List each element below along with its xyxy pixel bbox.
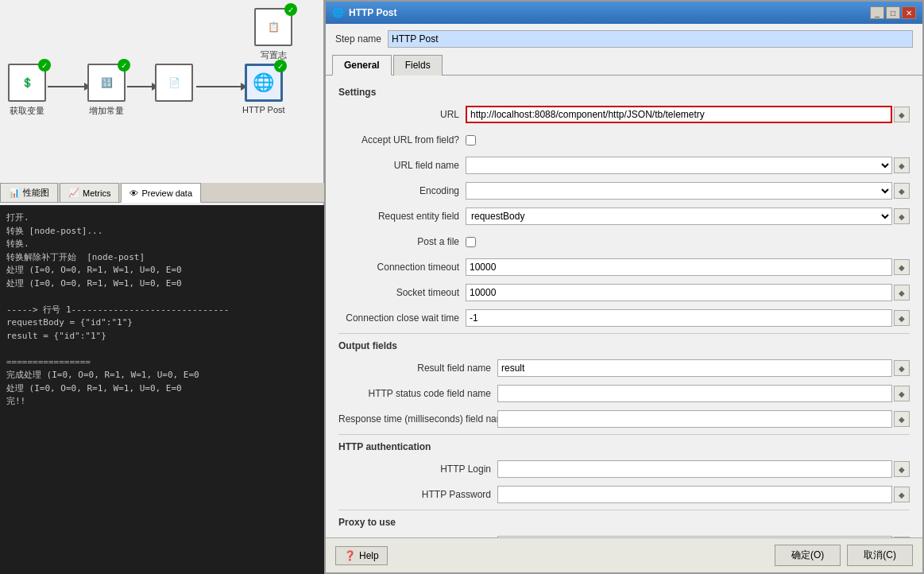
arrow-1: [48, 86, 86, 87]
node-label-1: 获取变量: [10, 105, 44, 117]
add-const-icon: 🔢: [101, 77, 113, 88]
eye-icon: 👁: [130, 188, 138, 198]
request-entity-diamond-btn[interactable]: ◆: [894, 208, 910, 224]
url-field-name-label: URL field name: [338, 160, 466, 171]
connection-timeout-label: Connection timeout: [338, 262, 466, 273]
response-time-label: Response time (milliseconds) field name: [338, 413, 497, 425]
result-field-label: Result field name: [338, 363, 497, 374]
socket-timeout-diamond-btn[interactable]: ◆: [894, 285, 910, 301]
step-name-label: Step name: [335, 33, 381, 45]
socket-timeout-input[interactable]: [466, 284, 892, 301]
proxy-section-title: Proxy to use: [338, 517, 910, 528]
tab-metrics[interactable]: 📈 Metrics: [60, 183, 119, 202]
dialog-title: HTTP Post: [349, 7, 396, 18]
arrow-3: [196, 86, 242, 87]
request-entity-row: Request entity field requestBody ◆: [338, 206, 910, 227]
accept-url-checkbox[interactable]: [466, 135, 476, 145]
cancel-button[interactable]: 取消(C): [847, 545, 913, 566]
http-password-input[interactable]: [497, 486, 892, 503]
url-input[interactable]: [466, 106, 892, 123]
response-time-group: ◆: [497, 410, 910, 428]
tab-fields[interactable]: Fields: [393, 55, 443, 76]
help-icon: ❓: [344, 550, 356, 561]
accept-url-label: Accept URL from field?: [338, 134, 466, 145]
help-button[interactable]: ❓ Help: [335, 546, 388, 565]
minimize-button[interactable]: _: [870, 6, 884, 19]
http-status-label: HTTP status code field name: [338, 388, 497, 399]
arrow-2: [127, 86, 153, 87]
node-get-var[interactable]: 💲 ✓ 获取变量: [8, 64, 46, 117]
node-check-1: ✓: [38, 59, 51, 72]
maximize-button[interactable]: □: [886, 6, 900, 19]
connection-timeout-row: Connection timeout ◆: [338, 257, 910, 277]
tab-general[interactable]: General: [332, 55, 392, 76]
http-status-diamond-btn[interactable]: ◆: [894, 386, 910, 401]
response-time-diamond-btn[interactable]: ◆: [894, 411, 910, 427]
url-field-diamond-btn[interactable]: ◆: [894, 157, 910, 173]
post-file-checkbox[interactable]: [466, 237, 476, 247]
tab-preview[interactable]: 👁 Preview data: [121, 183, 201, 203]
post-file-row: Post a file: [338, 231, 910, 252]
node-http-post[interactable]: 🌐 ✓ HTTP Post: [242, 64, 285, 114]
encoding-diamond-btn[interactable]: ◆: [894, 183, 910, 199]
bottom-tab-bar: 📊 性能图 📈 Metrics 👁 Preview data: [0, 183, 324, 203]
connection-close-wait-group: ◆: [466, 309, 910, 327]
connection-timeout-input[interactable]: [466, 258, 892, 276]
response-time-input[interactable]: [497, 410, 892, 428]
tab-perf[interactable]: 📊 性能图: [0, 183, 58, 202]
close-button[interactable]: ✕: [902, 6, 916, 19]
dialog-footer: ❓ Help 确定(O) 取消(C): [326, 537, 922, 572]
encoding-select[interactable]: [466, 182, 892, 200]
connection-close-wait-diamond-btn[interactable]: ◆: [894, 310, 910, 326]
http-status-input[interactable]: [497, 385, 892, 402]
encoding-row: Encoding ◆: [338, 180, 910, 201]
request-entity-label: Request entity field: [338, 211, 466, 222]
bottom-tabs-area: 📊 性能图 📈 Metrics 👁 Preview data: [0, 183, 324, 203]
dialog-titlebar: 🌐 HTTP Post _ □ ✕: [326, 2, 922, 24]
http-post-dialog: 🌐 HTTP Post _ □ ✕ Step name General Fiel…: [324, 0, 924, 574]
post-file-label: Post a file: [338, 236, 466, 247]
settings-section-title: Settings: [338, 87, 910, 98]
node-log[interactable]: 📋 ✓ 写置志: [254, 8, 292, 61]
node-add-const[interactable]: 🔢 ✓ 增加常量: [87, 64, 126, 117]
globe-icon: 🌐: [253, 72, 274, 93]
metrics-icon: 📈: [68, 188, 79, 198]
result-field-diamond-btn[interactable]: ◆: [894, 360, 910, 376]
get-var-icon: 💲: [21, 77, 33, 88]
node-label-4: HTTP Post: [242, 105, 285, 114]
http-login-input[interactable]: [497, 460, 892, 478]
socket-timeout-group: ◆: [466, 284, 910, 301]
node-check-2: ✓: [118, 59, 130, 72]
http-login-row: HTTP Login ◆: [338, 459, 910, 479]
http-login-diamond-btn[interactable]: ◆: [894, 461, 910, 477]
dialog-content: Settings URL ◆ Accept URL from field? UR…: [326, 76, 922, 537]
encoding-label: Encoding: [338, 185, 466, 196]
accept-url-row: Accept URL from field?: [338, 130, 910, 150]
socket-timeout-row: Socket timeout ◆: [338, 282, 910, 303]
result-field-group: ◆: [497, 359, 910, 377]
request-entity-select[interactable]: requestBody: [466, 207, 892, 225]
step-name-input[interactable]: [388, 30, 913, 48]
url-diamond-btn[interactable]: ◆: [894, 107, 910, 122]
http-password-label: HTTP Password: [338, 489, 497, 500]
url-field-name-select[interactable]: [466, 157, 892, 174]
step-name-row: Step name: [326, 24, 922, 54]
settings-divider: [338, 333, 910, 334]
encoding-group: ◆: [466, 182, 910, 200]
output-fields-section-title: Output fields: [338, 340, 910, 351]
connection-timeout-diamond-btn[interactable]: ◆: [894, 259, 910, 275]
node-label-2: 增加常量: [89, 105, 124, 117]
auth-divider: [338, 510, 910, 510]
connection-close-wait-input[interactable]: [466, 309, 892, 327]
http-password-row: HTTP Password ◆: [338, 484, 910, 505]
socket-timeout-label: Socket timeout: [338, 287, 466, 298]
result-field-row: Result field name ◆: [338, 358, 910, 378]
url-field-name-group: ◆: [466, 157, 910, 174]
node-empty[interactable]: 📄: [155, 64, 193, 105]
output-divider: [338, 434, 910, 435]
result-field-input[interactable]: [497, 359, 892, 377]
http-password-diamond-btn[interactable]: ◆: [894, 487, 910, 502]
confirm-button[interactable]: 确定(O): [775, 545, 841, 566]
http-login-label: HTTP Login: [338, 463, 497, 475]
url-label: URL: [338, 109, 466, 120]
